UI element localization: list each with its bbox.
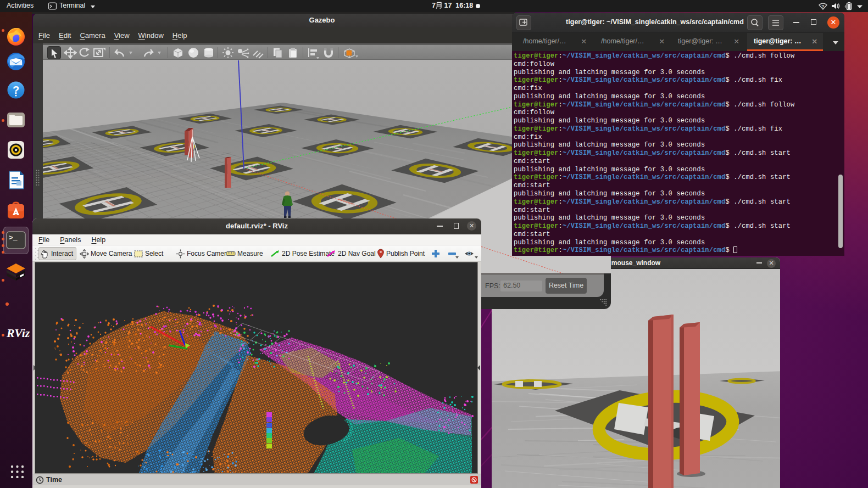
- svg-text:>_: >_: [9, 234, 18, 242]
- svg-text:?: ?: [13, 84, 19, 96]
- svg-text:?: ?: [821, 4, 825, 9]
